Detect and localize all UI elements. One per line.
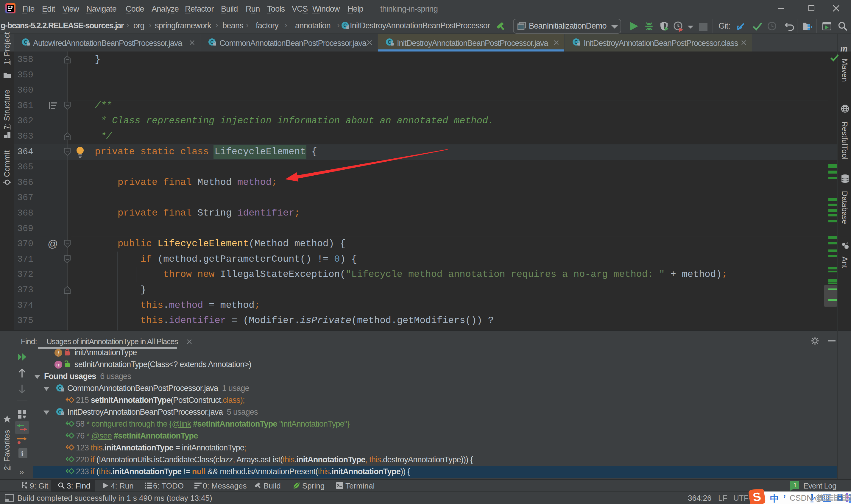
- svg-text:m: m: [56, 362, 60, 368]
- svg-text:1: 1: [793, 482, 797, 488]
